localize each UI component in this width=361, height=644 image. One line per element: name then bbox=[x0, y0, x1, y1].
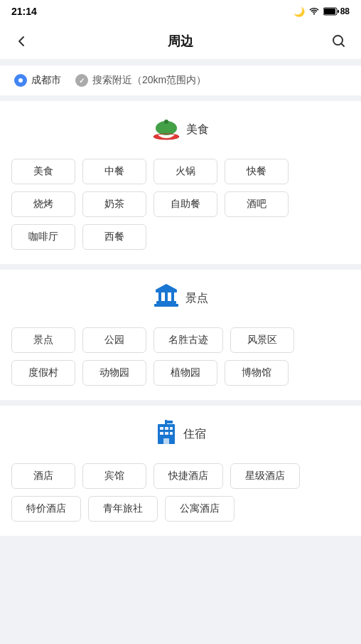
tag-dujia[interactable]: 度假村 bbox=[11, 360, 75, 386]
attractions-section-header: 景点 bbox=[11, 284, 350, 313]
svg-rect-21 bbox=[165, 432, 168, 435]
svg-rect-18 bbox=[165, 427, 168, 430]
location-bar: 成都市 搜索附近（20km范围内） bbox=[0, 65, 361, 95]
tag-binguan[interactable]: 宾馆 bbox=[82, 463, 146, 489]
header: 周边 bbox=[0, 23, 361, 60]
tag-jiuba[interactable]: 酒吧 bbox=[225, 191, 289, 217]
city-location[interactable]: 成都市 bbox=[14, 74, 61, 87]
svg-rect-19 bbox=[170, 427, 173, 430]
tag-jingdian[interactable]: 景点 bbox=[11, 327, 75, 353]
tag-dongwuyuan[interactable]: 动物园 bbox=[82, 360, 146, 386]
attractions-tags: 景点 公园 名胜古迹 风景区 度假村 动物园 植物园 博物馆 bbox=[11, 327, 350, 386]
svg-rect-2 bbox=[338, 10, 339, 13]
attractions-section: 景点 景点 公园 名胜古迹 风景区 度假村 动物园 植物园 博物馆 bbox=[0, 270, 361, 400]
svg-rect-10 bbox=[156, 301, 176, 304]
back-button[interactable] bbox=[11, 31, 31, 51]
food-section-header: 美食 bbox=[11, 115, 350, 144]
svg-rect-11 bbox=[158, 292, 161, 301]
battery-icon: 88 bbox=[323, 6, 350, 16]
tag-naicha[interactable]: 奶茶 bbox=[82, 191, 146, 217]
food-section: 美食 美食 中餐 火锅 快餐 烧烤 奶茶 自助餐 酒吧 咖啡厅 西餐 bbox=[0, 101, 361, 264]
attractions-section-title: 景点 bbox=[185, 291, 208, 306]
svg-rect-22 bbox=[170, 432, 173, 435]
tag-zhiwuyuan[interactable]: 植物园 bbox=[153, 360, 217, 386]
tag-jiudian[interactable]: 酒店 bbox=[11, 463, 75, 489]
svg-point-7 bbox=[164, 120, 168, 124]
search-button[interactable] bbox=[328, 31, 350, 52]
tag-zhongcan[interactable]: 中餐 bbox=[82, 159, 146, 184]
nearby-toggle[interactable]: 搜索附近（20km范围内） bbox=[75, 74, 206, 87]
tag-meishi[interactable]: 美食 bbox=[11, 159, 75, 184]
tag-qingnian[interactable]: 青年旅社 bbox=[88, 496, 158, 522]
tag-xican[interactable]: 西餐 bbox=[82, 224, 146, 250]
svg-rect-14 bbox=[156, 290, 177, 292]
food-section-title: 美食 bbox=[186, 122, 209, 137]
tag-xingji[interactable]: 星级酒店 bbox=[230, 463, 300, 489]
svg-rect-20 bbox=[160, 432, 163, 435]
svg-rect-23 bbox=[163, 438, 169, 444]
nearby-label: 搜索附近（20km范围内） bbox=[92, 74, 206, 87]
tag-bowuguan[interactable]: 博物馆 bbox=[225, 360, 289, 386]
location-dot-icon bbox=[14, 74, 27, 87]
svg-rect-9 bbox=[154, 304, 178, 307]
silent-icon: 🌙 bbox=[293, 6, 305, 17]
search-button-container[interactable] bbox=[321, 31, 350, 52]
attractions-icon bbox=[153, 284, 180, 313]
back-button-container[interactable] bbox=[11, 31, 40, 51]
tag-gongyu[interactable]: 公寓酒店 bbox=[165, 496, 235, 522]
svg-rect-13 bbox=[171, 292, 174, 301]
food-tags: 美食 中餐 火锅 快餐 烧烤 奶茶 自助餐 酒吧 咖啡厅 西餐 bbox=[11, 159, 350, 250]
svg-rect-12 bbox=[165, 292, 168, 301]
check-icon bbox=[75, 74, 88, 87]
tag-tejia[interactable]: 特价酒店 bbox=[11, 496, 81, 522]
tag-mingsheng[interactable]: 名胜古迹 bbox=[153, 327, 223, 353]
tag-fengjing[interactable]: 风景区 bbox=[230, 327, 294, 353]
city-name: 成都市 bbox=[31, 74, 61, 87]
food-icon bbox=[152, 115, 180, 144]
svg-rect-24 bbox=[165, 420, 167, 424]
tag-kafei[interactable]: 咖啡厅 bbox=[11, 224, 75, 250]
tag-kuaican[interactable]: 快餐 bbox=[225, 159, 289, 184]
status-time: 21:14 bbox=[11, 6, 37, 17]
wifi-icon bbox=[308, 6, 320, 17]
svg-marker-15 bbox=[156, 284, 177, 290]
hotels-section-title: 住宿 bbox=[183, 427, 206, 442]
svg-rect-26 bbox=[158, 430, 175, 431]
svg-rect-27 bbox=[158, 435, 175, 436]
tag-gongyuan[interactable]: 公园 bbox=[82, 327, 146, 353]
status-bar: 21:14 🌙 88 bbox=[0, 0, 361, 23]
hotels-section: 住宿 酒店 宾馆 快捷酒店 星级酒店 特价酒店 青年旅社 公寓酒店 bbox=[0, 406, 361, 536]
tag-huoguo[interactable]: 火锅 bbox=[153, 159, 217, 184]
page-title: 周边 bbox=[168, 33, 193, 50]
hotels-section-header: 住宿 bbox=[11, 420, 350, 449]
svg-rect-17 bbox=[160, 427, 163, 430]
hotels-tags: 酒店 宾馆 快捷酒店 星级酒店 特价酒店 青年旅社 公寓酒店 bbox=[11, 463, 350, 522]
hotels-icon bbox=[155, 420, 178, 449]
svg-rect-1 bbox=[324, 9, 335, 14]
svg-rect-25 bbox=[167, 421, 173, 423]
tag-kuaijie[interactable]: 快捷酒店 bbox=[153, 463, 223, 489]
tag-shaokao[interactable]: 烧烤 bbox=[11, 191, 75, 217]
tag-zizhukan[interactable]: 自助餐 bbox=[153, 191, 217, 217]
status-icons: 🌙 88 bbox=[293, 6, 350, 17]
